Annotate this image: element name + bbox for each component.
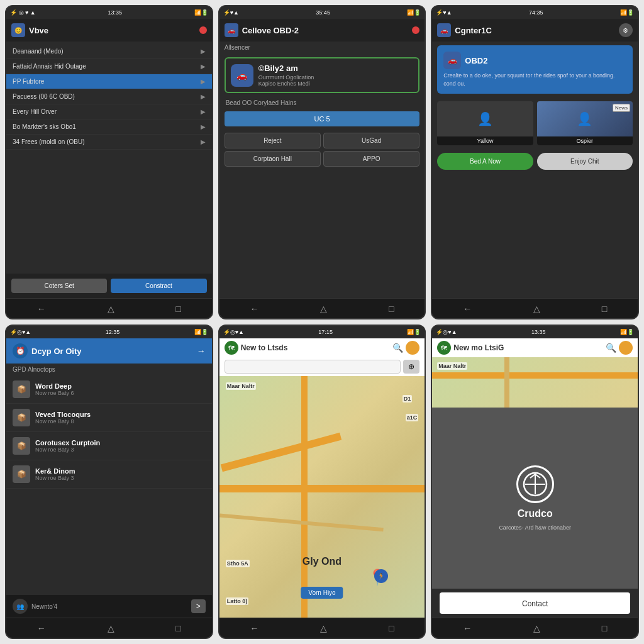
- nav-bottom-icon-4: 👥: [13, 599, 28, 614]
- map-search-bar-5: ⊕: [219, 357, 425, 376]
- app-info-2: ©Bily2 am Ourrmurnt OgolicationKapiso En…: [258, 64, 414, 87]
- bed-a-now-button[interactable]: Bed A Now: [437, 153, 533, 170]
- map-small-label-6: Maar Naltr: [437, 362, 467, 370]
- new-badge-3: News: [613, 104, 630, 112]
- recent-button-1[interactable]: □: [175, 304, 180, 314]
- nav-list-name-3: Ker& Dinom: [35, 467, 206, 475]
- recent-button-3[interactable]: □: [602, 304, 607, 314]
- nav-list-name-0: Word Deep: [35, 382, 206, 390]
- status-left-4: ⚡◎♥▲: [10, 329, 31, 335]
- app-content-4: ⏰ Dcyp Or Oity → GPD Alnoctops 📦 Word De…: [6, 338, 212, 618]
- thumb-label-1: Ospier: [537, 136, 633, 145]
- nav-list-item-3[interactable]: 📦 Ker& Dinom Now roe Baty 3: [6, 460, 212, 489]
- back-button-4[interactable]: ←: [37, 623, 46, 633]
- app-content-1: Deanaand (Medo) ▶ Fattaid Annais Hid Out…: [6, 42, 212, 298]
- home-button-2[interactable]: △: [320, 304, 327, 314]
- arrow-icon-4: ▶: [201, 108, 206, 115]
- settings-icon-3[interactable]: ⚙: [619, 23, 633, 37]
- corptaon-button[interactable]: Corptaon Hall: [225, 151, 321, 167]
- map-search-input-5[interactable]: [225, 360, 401, 374]
- appo-button[interactable]: APPO: [323, 151, 419, 167]
- nav-list-item-1[interactable]: 📦 Veved Tlocoqurs Now roe Baty 8: [6, 404, 212, 432]
- nav-bottom-arrow-4[interactable]: >: [191, 599, 206, 613]
- home-button-4[interactable]: △: [108, 623, 114, 633]
- home-button-6[interactable]: △: [533, 623, 540, 633]
- menu-item-4[interactable]: Every Hill Orver ▶: [6, 104, 212, 119]
- enjoy-chit-button[interactable]: Enjoy Chit: [537, 153, 633, 170]
- recent-button-5[interactable]: □: [389, 623, 394, 633]
- status-left-1: ⚡ ◎ ♥ ▲: [10, 9, 36, 16]
- status-left-3: ⚡♥▲: [436, 9, 452, 16]
- map-big-label-5: Gly Ond: [303, 556, 341, 567]
- app-title-1: Vbve: [29, 26, 196, 35]
- back-button-3[interactable]: ←: [463, 304, 472, 314]
- thumbnail-row-3: 👤 Yallow 👤 News Ospier: [432, 97, 638, 149]
- thumb-label-0: Yallow: [437, 136, 533, 145]
- map-action-button-5[interactable]: Vorn Hiyo: [301, 587, 343, 599]
- app-content-2: Allsencer 🚗 ©Bily2 am Ourrmurnt Ogolicat…: [219, 42, 425, 298]
- home-button-1[interactable]: △: [108, 304, 114, 314]
- map-app-icon-6: 🗺: [437, 341, 451, 355]
- search-icon-5[interactable]: 🔍: [392, 343, 403, 353]
- arrow-icon-0: ▶: [201, 48, 206, 55]
- recent-button-4[interactable]: □: [175, 623, 180, 633]
- thumbnail-yallow[interactable]: 👤 Yallow: [437, 101, 533, 145]
- app-detail-desc-6: Carcotes- Ard h&w ctionaber: [489, 525, 581, 531]
- nav-list-item-0[interactable]: 📦 Word Deep Now roe Baty 6: [6, 375, 212, 404]
- close-button-1[interactable]: [199, 26, 207, 34]
- contact-button-container-6[interactable]: Contact: [440, 592, 630, 614]
- status-time-6: 13:35: [531, 329, 546, 335]
- app-icon-1: 😊: [11, 23, 25, 37]
- spacer-4: [6, 489, 212, 595]
- map-search-submit-5[interactable]: ⊕: [403, 360, 419, 374]
- map-container-5: Maar Naltr D1 a1C Stho 5A Latto 0) Gly O…: [219, 376, 425, 618]
- recent-button-2[interactable]: □: [389, 304, 394, 314]
- status-left-6: ⚡◎♥▲: [436, 329, 457, 335]
- back-button-6[interactable]: ←: [463, 623, 472, 633]
- menu-item-3[interactable]: Pacuess (00 6C OBD) ▶: [6, 89, 212, 104]
- nav-list-info-0: Word Deep Now roe Baty 6: [35, 382, 206, 396]
- home-button-3[interactable]: △: [533, 304, 540, 314]
- dialog-input-2[interactable]: UC 5: [225, 111, 420, 126]
- arrow-icon-3: ▶: [201, 93, 206, 100]
- search-icon-6[interactable]: 🔍: [606, 343, 616, 353]
- map-top-bar-5: 🗺 New to Ltsds 🔍: [219, 338, 425, 357]
- map-title-6: New mo LtsiG: [453, 343, 603, 352]
- menu-item-2[interactable]: PP Fubtore ▶: [6, 74, 212, 89]
- nav-bar-2: ← △ □: [219, 298, 425, 318]
- menu-item-6[interactable]: 34 Frees (moldi on (OBU) ▶: [6, 135, 212, 150]
- nav-list-item-2[interactable]: 📦 Corotusex Curptoin Now roe Baty 3: [6, 432, 212, 460]
- app-desc-2: Ourrmurnt OgolicationKapiso Enches Medi: [258, 74, 414, 87]
- map-label-d1: D1: [402, 395, 413, 402]
- coters-set-button[interactable]: Coters Set: [11, 279, 107, 293]
- contact-label-6: Contact: [522, 599, 548, 608]
- app-header-1: 😊 Vbve: [6, 19, 212, 42]
- status-bar-5: ⚡◎♥▲ 17:15 📶🔋: [219, 326, 425, 338]
- arrow-icon-2: ▶: [201, 78, 206, 85]
- home-button-5[interactable]: △: [320, 623, 327, 633]
- constract-button[interactable]: Constract: [111, 279, 206, 293]
- back-button-5[interactable]: ←: [250, 623, 259, 633]
- app-icon-box-2: 🚗: [231, 64, 253, 87]
- reject-button[interactable]: Reject: [225, 133, 321, 148]
- menu-item-5[interactable]: Bo Markter's sks Obo1 ▶: [6, 119, 212, 135]
- nav-list-name-2: Corotusex Curptoin: [35, 439, 206, 447]
- back-button-2[interactable]: ←: [250, 304, 259, 314]
- status-right-4: 📶🔋: [194, 329, 208, 335]
- menu-item-0[interactable]: Deanaand (Medo) ▶: [6, 44, 212, 59]
- menu-item-1[interactable]: Fattaid Annais Hid Outage ▶: [6, 59, 212, 74]
- close-button-2[interactable]: [412, 26, 419, 34]
- map-title-5: New to Ltsds: [241, 343, 391, 352]
- phone-5: ⚡◎♥▲ 17:15 📶🔋 🗺 New to Ltsds 🔍 ⊕ Maar Na…: [218, 325, 426, 639]
- thumbnail-ospier[interactable]: 👤 News Ospier: [537, 101, 633, 145]
- back-button-1[interactable]: ←: [37, 304, 46, 314]
- status-time-3: 74:35: [529, 9, 543, 16]
- usgad-button[interactable]: UsGad: [323, 133, 419, 148]
- map-app-icon-5: 🗺: [225, 341, 238, 355]
- recent-button-6[interactable]: □: [602, 623, 607, 633]
- nav-bottom-bar-4: 👥 Newnto'4 >: [6, 595, 212, 618]
- allsencer-label: Allsencer: [219, 42, 425, 53]
- nav-list-info-1: Veved Tlocoqurs Now roe Baty 8: [35, 411, 206, 425]
- dialog-buttons-2: Reject UsGad Corptaon Hall APPO: [219, 129, 425, 170]
- status-bar-4: ⚡◎♥▲ 12:35 📶🔋: [6, 326, 212, 338]
